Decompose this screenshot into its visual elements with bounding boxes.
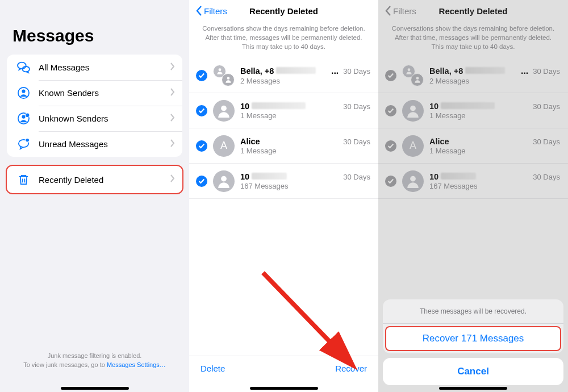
redacted-text — [252, 173, 287, 180]
messages-filter-screen: Messages All Messages Known Senders ? U — [0, 0, 189, 392]
conversation-list: Bella, +8 ... 30 Days 2 Messages 10 3 — [189, 58, 378, 199]
svg-line-14 — [263, 273, 351, 364]
svg-text:?: ? — [26, 114, 28, 117]
filter-unread-messages[interactable]: Unread Messages — [7, 131, 182, 157]
svg-point-3 — [22, 90, 25, 93]
chevron-right-icon — [170, 174, 176, 185]
conversation-name: Bella, +8 — [240, 66, 274, 76]
message-count: 1 Message — [240, 147, 370, 155]
bottom-toolbar: Delete Recover — [189, 356, 378, 381]
checkmark-selected-icon[interactable] — [196, 140, 207, 152]
page-title: Messages — [0, 0, 189, 55]
trash-icon — [16, 172, 31, 187]
cancel-button[interactable]: Cancel — [383, 358, 563, 385]
home-indicator[interactable] — [439, 387, 507, 390]
person-avatar-icon — [213, 100, 235, 122]
conversation-row[interactable]: A Alice 30 Days 1 Message — [189, 128, 378, 164]
filter-known-senders[interactable]: Known Senders — [7, 80, 182, 106]
chevron-right-icon — [170, 62, 176, 73]
bubble-dot-icon — [16, 137, 31, 152]
recently-deleted-row[interactable]: Recently Deleted — [7, 166, 182, 193]
back-button[interactable]: Filters — [196, 6, 227, 16]
svg-point-0 — [18, 62, 26, 69]
nav-title: Recently Deleted — [249, 6, 318, 16]
conversation-row[interactable]: 10 30 Days 167 Messages — [189, 164, 378, 199]
person-circle-icon — [16, 86, 31, 101]
message-count: 1 Message — [240, 111, 370, 120]
filter-all-messages[interactable]: All Messages — [7, 55, 182, 80]
redacted-text — [276, 67, 316, 74]
group-avatar-icon — [213, 65, 235, 86]
svg-point-9 — [25, 138, 29, 142]
chevron-right-icon — [170, 114, 176, 124]
message-count: 167 Messages — [240, 182, 370, 190]
conversation-row[interactable]: Bella, +8 ... 30 Days 2 Messages — [189, 58, 378, 93]
checkmark-selected-icon[interactable] — [196, 105, 207, 116]
action-sheet: These messages will be recovered. Recove… — [383, 299, 563, 385]
bubbles-icon — [16, 60, 31, 75]
filter-list: All Messages Known Senders ? Unknown Sen… — [7, 55, 182, 157]
chevron-left-icon — [196, 6, 203, 16]
home-indicator[interactable] — [61, 387, 129, 390]
home-indicator[interactable] — [250, 387, 318, 390]
days-remaining: 30 Days — [343, 102, 370, 111]
recently-deleted-screen-selection: Filters Recently Deleted Conversations s… — [189, 0, 378, 392]
checkmark-selected-icon[interactable] — [196, 70, 207, 81]
recover-button[interactable]: Recover — [335, 364, 367, 373]
person-avatar-icon — [213, 170, 235, 192]
conversation-row[interactable]: 10 30 Days 1 Message — [189, 93, 378, 128]
svg-point-10 — [218, 69, 221, 72]
recently-deleted-screen-actionsheet: Filters Recently Deleted Conversations s… — [378, 0, 568, 392]
footer-text: Junk message filtering is enabled. To vi… — [0, 352, 189, 369]
days-remaining: 30 Days — [343, 67, 370, 76]
filter-unknown-senders[interactable]: ? Unknown Senders — [7, 106, 182, 131]
conversation-name: 10 — [240, 172, 249, 181]
deletion-subtext: Conversations show the days remaining be… — [189, 22, 378, 58]
letter-avatar-icon: A — [213, 135, 235, 157]
days-remaining: 30 Days — [343, 173, 370, 181]
redacted-text — [252, 102, 306, 109]
recover-messages-button[interactable]: Recover 171 Messages — [385, 326, 561, 351]
chevron-right-icon — [170, 139, 176, 149]
recently-deleted-row-highlighted: Recently Deleted — [6, 165, 183, 194]
svg-point-5 — [22, 115, 25, 119]
messages-settings-link[interactable]: Messages Settings… — [107, 361, 166, 368]
delete-button[interactable]: Delete — [201, 364, 225, 373]
checkmark-selected-icon[interactable] — [196, 176, 207, 187]
conversation-name: 10 — [240, 102, 249, 111]
conversation-name: Alice — [240, 137, 260, 146]
message-count: 2 Messages — [240, 77, 370, 85]
chevron-right-icon — [170, 88, 176, 98]
days-remaining: 30 Days — [343, 137, 370, 146]
person-question-icon: ? — [16, 111, 31, 126]
svg-point-11 — [227, 77, 229, 80]
svg-point-13 — [221, 176, 227, 182]
action-sheet-title: These messages will be recovered. — [383, 299, 563, 324]
nav-header: Filters Recently Deleted — [189, 0, 378, 22]
svg-point-12 — [221, 106, 227, 111]
